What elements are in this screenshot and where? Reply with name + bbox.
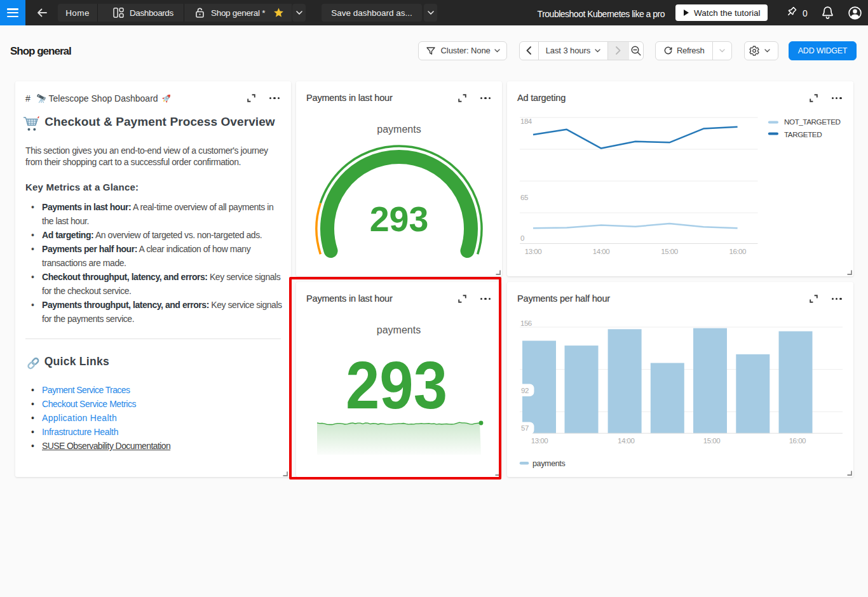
svg-text:92: 92 (521, 387, 529, 394)
svg-text:65: 65 (520, 194, 528, 201)
svg-text:NOT_TARGETED: NOT_TARGETED (784, 117, 841, 126)
svg-text:14:00: 14:00 (618, 437, 634, 445)
svg-text:57: 57 (521, 424, 529, 432)
svg-text:15:00: 15:00 (661, 248, 677, 255)
svg-text:13:00: 13:00 (531, 437, 548, 445)
svg-text:payments: payments (532, 459, 565, 468)
svg-text:0: 0 (520, 234, 524, 242)
svg-text:15:00: 15:00 (703, 437, 720, 445)
svg-text:16:00: 16:00 (789, 437, 806, 445)
svg-text:16:00: 16:00 (729, 248, 746, 255)
svg-text:156: 156 (520, 319, 532, 327)
svg-text:13:00: 13:00 (525, 248, 541, 255)
svg-text:14:00: 14:00 (593, 248, 609, 255)
svg-text:184: 184 (520, 117, 532, 125)
svg-text:TARGETED: TARGETED (784, 130, 822, 138)
